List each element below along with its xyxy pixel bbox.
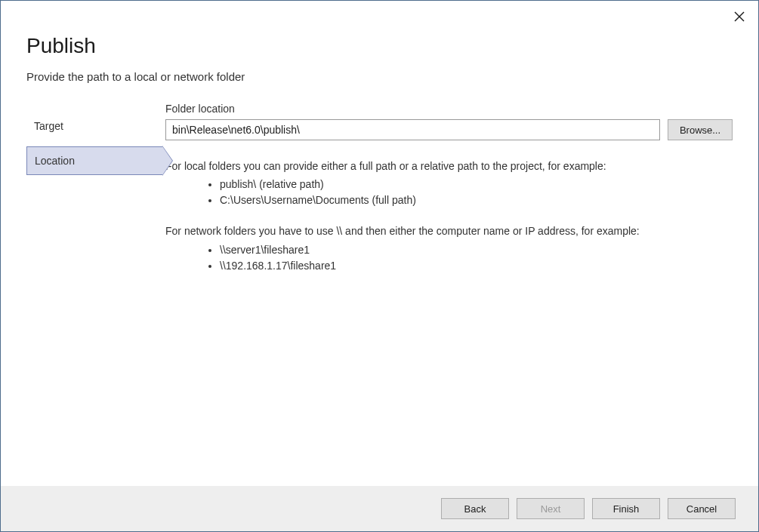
next-button: Next <box>517 498 585 519</box>
help-local-intro: For local folders you can provide either… <box>165 158 733 174</box>
back-button[interactable]: Back <box>441 498 509 519</box>
step-label: Target <box>34 120 63 132</box>
help-network-example: \\server1\fileshare1 <box>220 242 733 258</box>
step-label: Location <box>35 155 75 167</box>
finish-button[interactable]: Finish <box>592 498 660 519</box>
wizard-content: Folder location Browse... For local fold… <box>162 103 733 289</box>
folder-location-input[interactable] <box>165 119 660 140</box>
dialog-header: Publish Provide the path to a local or n… <box>1 1 758 83</box>
page-title: Publish <box>26 34 733 58</box>
wizard-steps: Target Location <box>26 103 162 289</box>
close-icon[interactable] <box>734 11 745 22</box>
help-network-intro: For network folders you have to use \\ a… <box>165 223 733 238</box>
help-local-example: publish\ (relative path) <box>220 177 733 192</box>
browse-button[interactable]: Browse... <box>668 119 733 140</box>
help-network-example: \\192.168.1.17\fileshare1 <box>220 258 733 274</box>
help-local-example: C:\Users\Username\Documents (full path) <box>220 192 733 208</box>
step-location[interactable]: Location <box>26 146 162 175</box>
dialog-footer: Back Next Finish Cancel <box>1 486 758 531</box>
step-target[interactable]: Target <box>26 112 162 140</box>
cancel-button[interactable]: Cancel <box>668 498 736 519</box>
help-text: For local folders you can provide either… <box>165 158 733 274</box>
folder-location-label: Folder location <box>165 103 733 115</box>
page-subtitle: Provide the path to a local or network f… <box>26 70 733 83</box>
